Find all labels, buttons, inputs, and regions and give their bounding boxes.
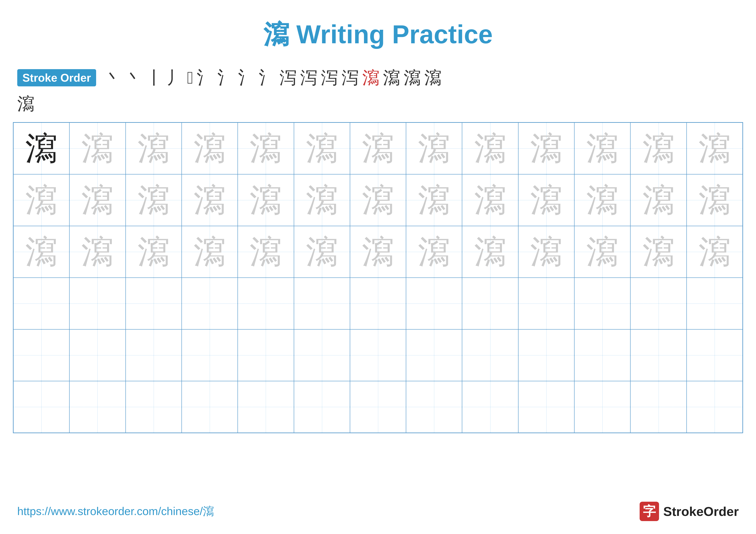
grid-cell-r3c7[interactable]: 瀉 xyxy=(350,226,406,278)
grid-cell-r3c1[interactable]: 瀉 xyxy=(14,226,69,278)
grid-cell-r5c3[interactable] xyxy=(126,329,182,381)
grid-cell-r1c12[interactable]: 瀉 xyxy=(630,123,687,174)
extra-char: 瀉 xyxy=(17,94,35,113)
grid-cell-r5c10[interactable] xyxy=(518,329,574,381)
grid-cell-r4c6[interactable] xyxy=(294,278,350,329)
stroke-char-7: 氵 xyxy=(217,67,235,88)
cell-char-r2c7: 瀉 xyxy=(362,184,394,216)
grid-cell-r5c1[interactable] xyxy=(14,329,69,381)
grid-cell-r2c7[interactable]: 瀉 xyxy=(350,174,406,226)
cell-char-r3c2: 瀉 xyxy=(81,236,114,268)
cell-char-r3c12: 瀉 xyxy=(642,236,675,268)
grid-cell-r1c9[interactable]: 瀉 xyxy=(462,123,518,174)
grid-cell-r5c7[interactable] xyxy=(350,329,406,381)
grid-cell-r5c6[interactable] xyxy=(294,329,350,381)
grid-cell-r5c2[interactable] xyxy=(69,329,125,381)
cell-char-r3c11: 瀉 xyxy=(586,236,618,268)
cell-char-r3c3: 瀉 xyxy=(138,236,170,268)
grid-cell-r1c2[interactable]: 瀉 xyxy=(69,123,125,174)
grid-cell-r3c2[interactable]: 瀉 xyxy=(69,226,125,278)
grid-cell-r3c4[interactable]: 瀉 xyxy=(182,226,238,278)
grid-cell-r2c4[interactable]: 瀉 xyxy=(182,174,238,226)
grid-cell-r3c11[interactable]: 瀉 xyxy=(574,226,630,278)
grid-cell-r4c2[interactable] xyxy=(69,278,125,329)
cell-char-r2c11: 瀉 xyxy=(586,184,618,216)
grid-cell-r1c5[interactable]: 瀉 xyxy=(238,123,294,174)
grid-cell-r1c8[interactable]: 瀉 xyxy=(406,123,462,174)
grid-cell-r6c8[interactable] xyxy=(406,381,462,433)
cell-char-r1c4: 瀉 xyxy=(194,132,226,165)
grid-cell-r5c13[interactable] xyxy=(687,329,742,381)
grid-cell-r5c11[interactable] xyxy=(574,329,630,381)
grid-cell-r2c3[interactable]: 瀉 xyxy=(126,174,182,226)
cell-char-r2c10: 瀉 xyxy=(530,184,562,216)
grid-cell-r3c5[interactable]: 瀉 xyxy=(238,226,294,278)
grid-cell-r5c4[interactable] xyxy=(182,329,238,381)
grid-cell-r5c5[interactable] xyxy=(238,329,294,381)
grid-cell-r6c4[interactable] xyxy=(182,381,238,433)
footer-logo: 字 StrokeOrder xyxy=(640,502,739,521)
grid-cell-r1c4[interactable]: 瀉 xyxy=(182,123,238,174)
grid-cell-r1c3[interactable]: 瀉 xyxy=(126,123,182,174)
grid-cell-r1c10[interactable]: 瀉 xyxy=(518,123,574,174)
grid-cell-r2c12[interactable]: 瀉 xyxy=(630,174,687,226)
cell-char-r3c8: 瀉 xyxy=(418,236,450,268)
grid-cell-r2c13[interactable]: 瀉 xyxy=(687,174,742,226)
grid-cell-r3c12[interactable]: 瀉 xyxy=(630,226,687,278)
footer-url[interactable]: https://www.strokeorder.com/chinese/瀉 xyxy=(17,504,214,519)
grid-cell-r3c3[interactable]: 瀉 xyxy=(126,226,182,278)
stroke-char-17: 瀉 xyxy=(424,67,442,88)
grid-cell-r6c11[interactable] xyxy=(574,381,630,433)
grid-cell-r6c7[interactable] xyxy=(350,381,406,433)
grid-cell-r6c12[interactable] xyxy=(630,381,687,433)
grid-cell-r3c10[interactable]: 瀉 xyxy=(518,226,574,278)
grid-cell-r4c7[interactable] xyxy=(350,278,406,329)
grid-cell-r3c6[interactable]: 瀉 xyxy=(294,226,350,278)
grid-cell-r4c13[interactable] xyxy=(687,278,742,329)
grid-cell-r2c10[interactable]: 瀉 xyxy=(518,174,574,226)
grid-cell-r4c8[interactable] xyxy=(406,278,462,329)
cell-char-r1c1: 瀉 xyxy=(25,132,58,165)
grid-cell-r4c4[interactable] xyxy=(182,278,238,329)
grid-cell-r2c9[interactable]: 瀉 xyxy=(462,174,518,226)
grid-cell-r5c12[interactable] xyxy=(630,329,687,381)
grid-cell-r6c13[interactable] xyxy=(687,381,742,433)
grid-cell-r5c8[interactable] xyxy=(406,329,462,381)
extra-char-row: 瀉 xyxy=(0,92,756,122)
grid-cell-r4c11[interactable] xyxy=(574,278,630,329)
grid-cell-r3c13[interactable]: 瀉 xyxy=(687,226,742,278)
grid-cell-r2c11[interactable]: 瀉 xyxy=(574,174,630,226)
grid-cell-r1c13[interactable]: 瀉 xyxy=(687,123,742,174)
grid-cell-r5c9[interactable] xyxy=(462,329,518,381)
grid-cell-r6c3[interactable] xyxy=(126,381,182,433)
grid-cell-r4c1[interactable]: 瀉 xyxy=(14,278,69,329)
grid-cell-r6c10[interactable] xyxy=(518,381,574,433)
grid-cell-r1c11[interactable]: 瀉 xyxy=(574,123,630,174)
grid-cell-r3c9[interactable]: 瀉 xyxy=(462,226,518,278)
grid-cell-r1c7[interactable]: 瀉 xyxy=(350,123,406,174)
grid-cell-r4c3[interactable] xyxy=(126,278,182,329)
grid-cell-r6c6[interactable] xyxy=(294,381,350,433)
grid-cell-r4c12[interactable] xyxy=(630,278,687,329)
grid-cell-r2c8[interactable]: 瀉 xyxy=(406,174,462,226)
grid-cell-r1c6[interactable]: 瀉 xyxy=(294,123,350,174)
grid-cell-r6c1[interactable] xyxy=(14,381,69,433)
stroke-char-16: 瀉 xyxy=(404,67,421,88)
grid-cell-r6c2[interactable] xyxy=(69,381,125,433)
grid-cell-r2c2[interactable]: 瀉 xyxy=(69,174,125,226)
cell-char-r2c1: 瀉 xyxy=(25,184,58,216)
cell-char-r3c10: 瀉 xyxy=(530,236,562,268)
grid-cell-r4c5[interactable] xyxy=(238,278,294,329)
grid-cell-r2c1[interactable]: 瀉 xyxy=(14,174,69,226)
grid-cell-r2c5[interactable]: 瀉 xyxy=(238,174,294,226)
grid-cell-r2c6[interactable]: 瀉 xyxy=(294,174,350,226)
stroke-char-10: 泻 xyxy=(280,67,297,88)
grid-cell-r4c9[interactable] xyxy=(462,278,518,329)
stroke-char-9: 氵 xyxy=(259,67,276,88)
grid-cell-r1c1[interactable]: 瀉 xyxy=(14,123,69,174)
logo-char: 字 xyxy=(643,503,656,520)
grid-cell-r4c10[interactable] xyxy=(518,278,574,329)
grid-cell-r3c8[interactable]: 瀉 xyxy=(406,226,462,278)
grid-cell-r6c9[interactable] xyxy=(462,381,518,433)
grid-cell-r6c5[interactable] xyxy=(238,381,294,433)
